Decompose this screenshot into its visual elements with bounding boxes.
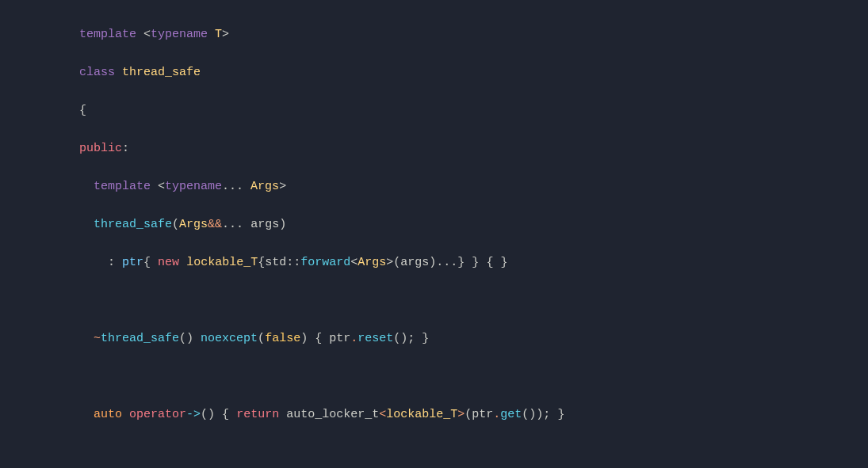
code-line[interactable] (79, 291, 868, 310)
brace-open: { (79, 104, 86, 117)
type: Args (179, 218, 208, 231)
param-name: args (250, 218, 279, 231)
keyword-public: public (79, 142, 122, 155)
class-name: thread_safe (122, 66, 201, 79)
code-line[interactable]: template <typename... Args> (79, 177, 868, 196)
code-line[interactable]: public: (79, 139, 868, 158)
destructor-name: thread_safe (101, 332, 179, 345)
arrow-operator: -> (186, 408, 201, 421)
type: Args (358, 256, 386, 269)
keyword-class: class (79, 66, 115, 79)
keyword-false: false (265, 332, 300, 345)
keyword-new: new (158, 256, 179, 269)
member: ptr (122, 256, 143, 269)
function-call: forward (300, 256, 350, 269)
keyword-typename: typename (165, 180, 222, 193)
code-line[interactable]: auto operator->() { return auto_locker_t… (79, 405, 868, 424)
code-line[interactable] (79, 367, 868, 386)
type-param: Args (250, 180, 279, 193)
keyword-operator: operator (129, 408, 186, 421)
keyword-auto: auto (94, 408, 122, 421)
keyword-template: template (94, 180, 151, 193)
angle-close: > (222, 28, 229, 41)
code-line[interactable]: : ptr{ new lockable_T{std::forward<Args>… (79, 253, 868, 272)
code-line[interactable]: ~thread_safe() noexcept(false) { ptr.res… (79, 329, 868, 348)
keyword-template: template (79, 28, 136, 41)
colon: : (122, 142, 129, 155)
code-line[interactable]: { (79, 101, 868, 120)
code-editor[interactable]: template <typename T> class thread_safe … (79, 6, 868, 468)
method-call: reset (358, 332, 393, 345)
keyword-return: return (236, 408, 279, 421)
code-line[interactable] (79, 443, 868, 462)
namespace: std (265, 256, 286, 269)
method-call: get (500, 408, 522, 421)
keyword-typename: typename (151, 28, 208, 41)
tilde: ~ (94, 332, 101, 345)
constructor-name: thread_safe (94, 218, 172, 231)
member: ptr (472, 408, 493, 421)
type: lockable_T (386, 408, 457, 421)
code-line[interactable]: template <typename T> (79, 25, 868, 44)
angle-open: < (143, 28, 151, 41)
code-line[interactable]: thread_safe(Args&&... args) (79, 215, 868, 234)
type: auto_locker_t (286, 408, 379, 421)
ref-qualifier: && (208, 218, 222, 231)
member: ptr (329, 332, 350, 345)
type: lockable_T (186, 256, 258, 269)
code-line[interactable]: class thread_safe (79, 63, 868, 82)
type-param: T (215, 28, 222, 41)
keyword-noexcept: noexcept (201, 332, 258, 345)
